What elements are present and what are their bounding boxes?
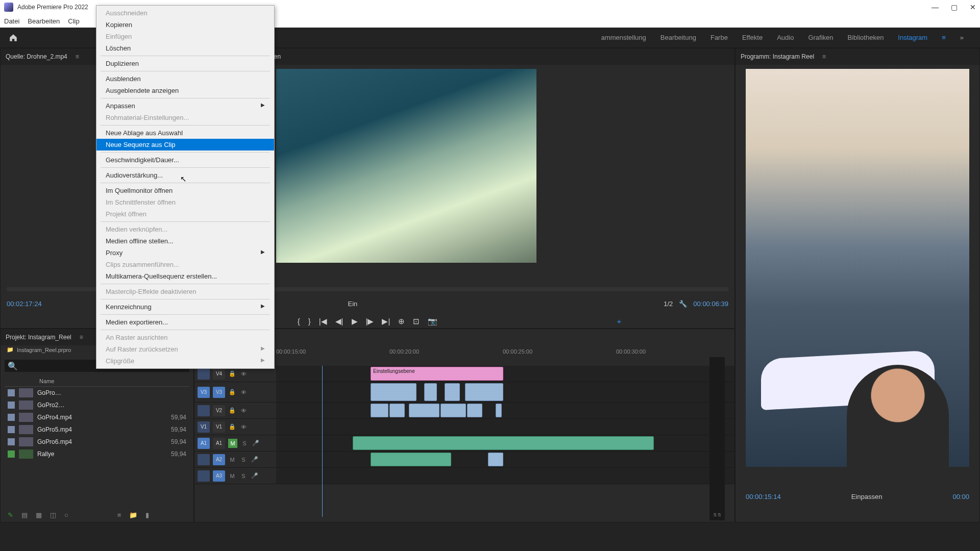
play-button[interactable]: ▶ xyxy=(352,317,358,326)
overwrite-button[interactable]: ⊡ xyxy=(413,317,420,326)
menu-item[interactable]: Ausgeblendete anzeigen xyxy=(96,85,274,96)
project-item[interactable]: GoPro… xyxy=(5,387,189,399)
src-patch-a2[interactable] xyxy=(198,454,210,465)
clip-video[interactable] xyxy=(371,404,388,417)
source-panel-menu-icon[interactable]: ≡ xyxy=(76,53,79,60)
clip-video[interactable] xyxy=(465,383,503,401)
solo-button[interactable]: S xyxy=(239,472,248,480)
export-frame-button[interactable]: 📷 xyxy=(428,317,437,326)
window-minimize[interactable]: — xyxy=(932,3,939,11)
source-video-preview[interactable] xyxy=(276,69,536,263)
source-scale[interactable]: 1/2 xyxy=(664,300,673,308)
clip-video[interactable] xyxy=(389,404,405,417)
ws-bearbeitung[interactable]: Bearbeitung xyxy=(660,34,696,41)
menu-bearbeiten[interactable]: Bearbeiten xyxy=(28,17,60,25)
project-item[interactable]: GoPro4.mp4 59,94 xyxy=(5,411,189,423)
lock-icon[interactable]: 🔒 xyxy=(228,423,236,431)
menu-item[interactable]: Kennzeichnung▶ xyxy=(96,301,274,313)
track-label-a1[interactable]: A1 xyxy=(213,438,225,449)
clip-video[interactable] xyxy=(467,404,482,417)
ws-bibliotheken[interactable]: Bibliotheken xyxy=(848,34,884,41)
src-patch-v1[interactable]: V1 xyxy=(198,421,210,433)
list-view-icon[interactable]: ✎ xyxy=(8,511,13,519)
ws-zusammenstellung[interactable]: ammenstellung xyxy=(601,34,646,41)
col-name[interactable]: Name xyxy=(39,378,54,384)
ws-audio[interactable]: Audio xyxy=(777,34,794,41)
zoom-icon[interactable]: ○ xyxy=(64,511,68,519)
add-button-icon[interactable]: + xyxy=(617,317,622,325)
menu-item[interactable]: Ausblenden xyxy=(96,73,274,85)
project-item[interactable]: GoPro2… xyxy=(5,399,189,411)
ws-overflow[interactable]: » xyxy=(960,34,964,41)
solo-button[interactable]: S xyxy=(239,456,248,464)
go-to-in-button[interactable]: |◀ xyxy=(319,317,327,326)
icon-view-icon[interactable]: ▤ xyxy=(21,511,28,519)
menu-item[interactable]: Medien exportieren... xyxy=(96,316,274,328)
mark-out-button[interactable]: } xyxy=(308,317,311,326)
window-close[interactable]: ✕ xyxy=(970,3,976,11)
project-tab[interactable]: Projekt: Instagram_Reel xyxy=(6,334,71,341)
freeform-view-icon[interactable]: ▦ xyxy=(36,511,42,519)
go-to-out-button[interactable]: ▶| xyxy=(382,317,390,326)
project-item[interactable]: GoPro5.mp4 59,94 xyxy=(5,423,189,436)
eye-icon[interactable]: 👁 xyxy=(239,423,248,431)
menu-item[interactable]: Proxy▶ xyxy=(96,247,274,259)
new-bin-icon[interactable]: 📁 xyxy=(129,511,137,519)
lock-icon[interactable]: 🔒 xyxy=(228,370,236,378)
project-panel-menu-icon[interactable]: ≡ xyxy=(80,334,83,341)
mic-icon[interactable]: 🎤 xyxy=(251,472,259,480)
lock-icon[interactable]: 🔒 xyxy=(228,407,236,415)
menu-clip[interactable]: Clip xyxy=(68,17,79,25)
eye-icon[interactable]: 👁 xyxy=(239,388,248,396)
clip-audio[interactable] xyxy=(353,436,654,450)
trash-icon[interactable]: ▮ xyxy=(145,511,149,519)
track-label-v1[interactable]: V1 xyxy=(213,421,225,433)
track-label-v2[interactable]: V2 xyxy=(213,405,225,416)
source-tab[interactable]: Quelle: Drohne_2.mp4 xyxy=(6,53,67,60)
source-timecode-left[interactable]: 00:02:17:24 xyxy=(7,300,42,308)
eye-icon[interactable]: 👁 xyxy=(239,370,248,378)
track-label-v4[interactable]: V4 xyxy=(213,368,225,380)
clip-video[interactable] xyxy=(445,383,460,401)
window-maximize[interactable]: ▢ xyxy=(951,3,958,11)
new-item-icon[interactable]: ≡ xyxy=(117,511,121,519)
program-panel-menu-icon[interactable]: ≡ xyxy=(822,53,826,60)
ws-instagram[interactable]: Instagram xyxy=(898,34,927,41)
step-fwd-button[interactable]: |▶ xyxy=(366,317,374,326)
track-label-v3[interactable]: V3 xyxy=(213,387,225,398)
playhead[interactable] xyxy=(322,366,323,517)
ws-farbe[interactable]: Farbe xyxy=(710,34,728,41)
insert-button[interactable]: ⊕ xyxy=(398,317,405,326)
clip-adjustment[interactable]: Einstellungsebene xyxy=(371,367,503,381)
menu-item[interactable]: Anpassen▶ xyxy=(96,100,274,112)
menu-item[interactable]: Multikamera-Quellsequenz erstellen... xyxy=(96,270,274,282)
mark-in-button[interactable]: { xyxy=(298,317,300,326)
ws-effekte[interactable]: Effekte xyxy=(742,34,763,41)
menu-item[interactable]: Neue Ablage aus Auswahl xyxy=(96,127,274,139)
mute-button[interactable]: M xyxy=(228,472,236,480)
program-video-preview[interactable] xyxy=(746,69,969,467)
track-label-a3[interactable]: A3 xyxy=(213,470,225,482)
menu-datei[interactable]: Datei xyxy=(4,17,19,25)
ws-grafiken[interactable]: Grafiken xyxy=(808,34,833,41)
source-fit-label[interactable]: Ein xyxy=(348,300,358,308)
timeline-ruler[interactable]: 00:00:15:00 00:00:20:00 00:00:25:00 00:0… xyxy=(276,348,729,359)
clip-audio[interactable] xyxy=(488,453,503,466)
mic-icon[interactable]: 🎤 xyxy=(251,456,259,464)
mute-button[interactable]: M xyxy=(228,456,236,464)
menu-item[interactable]: Neue Sequenz aus Clip xyxy=(96,139,274,151)
src-patch-a3[interactable] xyxy=(198,470,210,482)
project-item[interactable]: Rallye 59,94 xyxy=(5,448,189,460)
track-label-a2[interactable]: A2 xyxy=(213,454,225,465)
solo-button[interactable]: S xyxy=(240,439,249,447)
ws-menu-icon[interactable]: ≡ xyxy=(942,34,946,41)
clip-video[interactable] xyxy=(440,404,466,417)
lock-icon[interactable]: 🔒 xyxy=(228,388,236,396)
menu-item[interactable]: Duplizieren xyxy=(96,58,274,69)
mute-button[interactable]: M xyxy=(228,439,237,448)
clip-video[interactable] xyxy=(496,404,502,417)
clip-video[interactable] xyxy=(424,383,437,401)
program-tab[interactable]: Programm: Instagram Reel xyxy=(741,53,814,60)
project-item[interactable]: GoPro6.mp4 59,94 xyxy=(5,436,189,448)
menu-item[interactable]: Medien offline stellen... xyxy=(96,235,274,247)
